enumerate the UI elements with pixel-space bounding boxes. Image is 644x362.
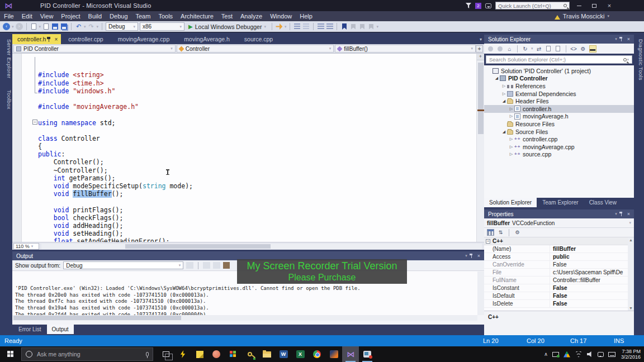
tab-error-list[interactable]: Error List	[13, 325, 46, 334]
switch-views-dropdown-icon[interactable]: ▾	[531, 46, 533, 51]
task-view-button[interactable]	[158, 346, 174, 362]
wifi-icon[interactable]	[575, 351, 583, 358]
pin-icon[interactable]	[49, 37, 51, 42]
tab-team-explorer[interactable]: Team Explorer	[537, 198, 583, 207]
tree-item-controller.h[interactable]: ▷controller.h	[484, 105, 634, 113]
attach-to-process-icon[interactable]	[276, 23, 283, 30]
menu-file[interactable]: File	[0, 11, 18, 21]
output-vertical-scrollbar[interactable]	[477, 272, 484, 315]
toolbar-options-overflow-icon[interactable]: ▾	[376, 25, 378, 29]
toolbox-vertical-tab[interactable]: Toolbox	[0, 84, 12, 114]
tree-collapsed-arrow-icon[interactable]: ▷	[508, 107, 514, 111]
property-row-isconstant[interactable]: IsConstantFalse	[484, 284, 634, 292]
navigate-forward-button[interactable]: ›	[16, 23, 23, 30]
properties-scrollbar[interactable]: ▲ ▼	[628, 237, 634, 311]
tree-expanded-arrow-icon[interactable]: ◢	[494, 76, 500, 80]
display-status-icon[interactable]	[552, 352, 559, 357]
microphone-icon[interactable]	[146, 352, 149, 356]
clear-bookmarks-icon[interactable]	[367, 23, 375, 30]
excel-button[interactable]: X	[292, 346, 309, 362]
code-editor[interactable]: #include <string>#include <time.h>#inclu…	[22, 54, 476, 242]
touch-keyboard-icon[interactable]	[608, 352, 615, 357]
output-source-combo[interactable]: Debug ▾	[63, 261, 183, 269]
tree-collapsed-arrow-icon[interactable]: ▷	[508, 152, 514, 156]
indent-increase-icon[interactable]	[326, 23, 333, 30]
signed-in-user[interactable]: Travis Moscicki	[563, 13, 605, 20]
property-row--name-[interactable]: (Name)fillBuffer	[484, 245, 634, 253]
user-dropdown-icon[interactable]: ▾	[607, 14, 609, 18]
peach-app-button[interactable]	[208, 346, 225, 362]
find-message-icon[interactable]	[186, 262, 193, 269]
action-center-icon[interactable]	[598, 352, 604, 357]
screen-recorder-button[interactable]	[359, 346, 376, 362]
tab-output[interactable]: Output	[47, 325, 74, 334]
property-row-isdelete[interactable]: IsDeleteFalse	[484, 300, 634, 308]
cortana-search-input[interactable]: Ask me anything	[21, 347, 153, 361]
menu-analyze[interactable]: Analyze	[236, 11, 266, 21]
indent-decrease-icon[interactable]	[317, 23, 324, 30]
property-row-isdefault[interactable]: IsDefaultFalse	[484, 292, 634, 300]
navigate-back-dropdown-icon[interactable]: ▾	[12, 25, 14, 29]
solution-configuration-combo[interactable]: Debug▾	[106, 22, 138, 31]
tab-controller.cpp[interactable]: controller.cpp	[61, 34, 110, 44]
tree-item-source.cpp[interactable]: ▷source.cpp	[484, 151, 634, 159]
solution-explorer-header[interactable]: Solution Explorer ▾ ×	[484, 35, 634, 44]
property-row-canoverride[interactable]: CanOverrideFalse	[484, 261, 634, 269]
navigate-back-button[interactable]: ‹	[3, 23, 10, 30]
output-horizontal-scrollbar[interactable]	[12, 315, 477, 321]
tree-collapsed-arrow-icon[interactable]: ▷	[508, 137, 514, 141]
show-hidden-icons-chevron[interactable]: ∧	[544, 351, 548, 357]
close-icon[interactable]: ×	[627, 36, 630, 42]
credentials-app-button[interactable]	[242, 346, 258, 362]
new-file-dropdown-icon[interactable]: ▾	[39, 25, 41, 29]
sticky-notes-button[interactable]	[191, 346, 208, 362]
editor-zoom-combo[interactable]: 110 % ▾	[13, 243, 39, 250]
type-combo[interactable]: Controller ▾	[177, 45, 334, 53]
back-icon[interactable]	[487, 45, 494, 53]
tree-expanded-arrow-icon[interactable]: ◢	[501, 99, 507, 103]
save-button[interactable]	[51, 23, 59, 30]
diagnostic-tools-vertical-tab[interactable]: Diagnostic Tools	[634, 34, 644, 85]
pin-icon[interactable]	[471, 254, 473, 258]
property-row-access[interactable]: Accesspublic	[484, 253, 634, 261]
save-all-button[interactable]	[60, 23, 68, 30]
member-combo[interactable]: fillBuffer() ▾	[335, 45, 476, 53]
solution-platform-combo[interactable]: x86▾	[140, 22, 184, 31]
scrollbar-split-plus-icon[interactable]: +	[477, 54, 484, 60]
show-all-files-icon[interactable]	[545, 45, 552, 53]
object-dropdown-icon[interactable]: ▾	[629, 221, 631, 225]
redo-dropdown-icon[interactable]: ▾	[97, 25, 99, 29]
solution-explorer-shortcut-icon[interactable]	[293, 23, 301, 30]
quick-launch-input[interactable]: Quick Launch (Ctrl+Q)	[495, 2, 570, 9]
tree-item-solution-pid-controller-1-project-[interactable]: Solution 'PID Controller' (1 project)	[484, 67, 634, 75]
property-pages-icon[interactable]: ⚙	[514, 229, 521, 236]
tree-item-pid-controller[interactable]: ◢PID Controller	[484, 75, 634, 83]
tree-item-resource-files[interactable]: Resource Files	[484, 120, 634, 128]
menu-build[interactable]: Build	[84, 11, 106, 21]
add-item-button[interactable]	[42, 23, 50, 30]
alphabetical-sort-icon[interactable]: ⇅	[497, 229, 504, 236]
tree-item-header-files[interactable]: ◢Header Files	[484, 97, 634, 105]
view-code-icon[interactable]: <>	[570, 45, 577, 53]
scrollbar-thumb[interactable]	[478, 63, 484, 134]
close-icon[interactable]: ×	[477, 253, 480, 259]
tree-collapsed-arrow-icon[interactable]: ▷	[508, 145, 514, 149]
menu-team[interactable]: Team	[132, 11, 155, 21]
panel-menu-icon[interactable]: ▾	[615, 212, 617, 216]
collapse-all-icon[interactable]: ▬	[589, 45, 596, 53]
menu-tools[interactable]: Tools	[154, 11, 177, 21]
tree-item-movingaverage.h[interactable]: ▷movingAverage.h	[484, 113, 634, 121]
tree-collapsed-arrow-icon[interactable]: ▷	[501, 84, 507, 88]
tab-class-view[interactable]: Class View	[584, 198, 622, 207]
solution-explorer-search-input[interactable]: Search Solution Explorer (Ctrl+;) ▾	[486, 55, 632, 64]
matlab-button[interactable]	[325, 346, 342, 362]
chrome-button[interactable]	[309, 346, 325, 362]
menu-project[interactable]: Project	[57, 11, 84, 21]
minimize-button[interactable]	[574, 1, 585, 10]
tab-source.cpp[interactable]: source.cpp	[237, 34, 280, 44]
editor-vertical-scrollbar[interactable]: +	[476, 54, 484, 242]
tab-movingAverage.cpp[interactable]: movingAverage.cpp	[111, 34, 177, 44]
previous-message-icon[interactable]	[203, 262, 210, 269]
tab-controller.h[interactable]: controller.h×	[12, 34, 61, 44]
next-bookmark-icon[interactable]	[358, 23, 366, 30]
